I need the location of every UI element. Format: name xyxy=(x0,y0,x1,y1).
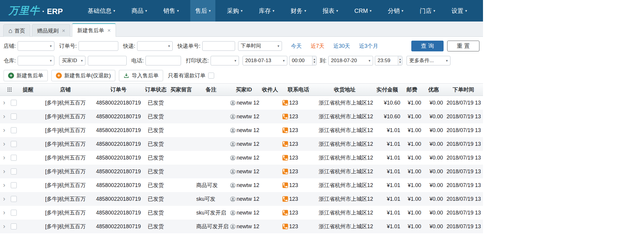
warehouse-select[interactable]: ▾ xyxy=(18,56,54,65)
chevron-down-icon: ▾ xyxy=(50,44,52,48)
nav-item-label: 售后 xyxy=(195,7,207,15)
expand-row-icon[interactable]: › xyxy=(3,127,5,134)
cell-buyer-id: newtw 12 xyxy=(228,210,260,216)
row-checkbox[interactable] xyxy=(11,155,17,161)
buyer-id-type-select[interactable]: 买家ID ▾ xyxy=(59,56,85,65)
new-aftersale-button[interactable]: + 新建售后单 xyxy=(4,70,48,81)
search-button[interactable]: 查 询 xyxy=(411,41,444,51)
nav-item-5[interactable]: 库存▾ xyxy=(254,0,279,22)
tab-2[interactable]: 新建售后单× xyxy=(72,23,116,37)
express-no-input[interactable] xyxy=(202,41,235,51)
nav-item-3[interactable]: 售后▾ xyxy=(190,0,215,22)
import-aftersale-button[interactable]: 导入售后单 xyxy=(119,70,163,81)
cell-shop: [多牛]杭州五百万 xyxy=(37,140,94,148)
button-label: 导入售后单 xyxy=(132,72,159,79)
date-from-select[interactable]: 2018-07-13 ▾ xyxy=(243,56,287,65)
chevron-down-icon: ▾ xyxy=(304,9,306,13)
row-checkbox[interactable] xyxy=(11,168,17,174)
phone-icon xyxy=(282,182,288,188)
cell-postage: ¥1.00 xyxy=(401,127,422,134)
cell-discount: ¥0.00 xyxy=(422,210,445,216)
cell-note: 商品可发 xyxy=(194,182,228,189)
phone-text: 123 xyxy=(289,100,298,106)
row-checkbox[interactable] xyxy=(11,210,17,216)
nav-item-1[interactable]: 商品▾ xyxy=(127,0,152,22)
quick-link-3[interactable]: 近3个月 xyxy=(359,42,378,50)
express-select[interactable]: ▾ xyxy=(137,41,173,51)
expand-row-icon[interactable]: › xyxy=(3,223,5,230)
refund-only-checkbox[interactable] xyxy=(208,73,214,79)
cell-order-time: 2018/07/19 13 xyxy=(445,196,482,202)
expand-row-icon[interactable]: › xyxy=(3,196,5,202)
col-header-13: 下单时间 xyxy=(445,86,482,93)
nav-item-2[interactable]: 销售▾ xyxy=(159,0,184,22)
app-logo[interactable]: 万里牛 · ERP xyxy=(8,4,63,18)
expand-row-icon[interactable]: › xyxy=(3,99,5,106)
col-header-7: 收件人 xyxy=(260,86,280,93)
close-icon[interactable]: × xyxy=(107,27,111,33)
spinner-arrows[interactable]: ▴ ▾ xyxy=(312,56,316,65)
row-checkbox[interactable] xyxy=(11,182,17,188)
row-checkbox[interactable] xyxy=(11,114,17,120)
expand-row-icon[interactable]: › xyxy=(3,182,5,189)
row-checkbox[interactable] xyxy=(11,141,17,147)
cell-shop: [多牛]杭州五百万 xyxy=(37,168,94,175)
tab-0[interactable]: ⌂首页 xyxy=(3,24,30,37)
cell-amount: ¥1.01 xyxy=(373,141,401,147)
quick-link-0[interactable]: 今天 xyxy=(291,42,302,50)
phone-icon xyxy=(282,210,288,216)
nav-item-4[interactable]: 采购▾ xyxy=(222,0,247,22)
row-checkbox[interactable] xyxy=(11,127,17,133)
nav-item-10[interactable]: 门店▾ xyxy=(415,0,440,22)
nav-item-6[interactable]: 财务▾ xyxy=(286,0,311,22)
row-checkbox[interactable] xyxy=(11,100,17,106)
expand-row-icon[interactable]: › xyxy=(3,168,5,175)
quick-link-2[interactable]: 近30天 xyxy=(333,42,350,50)
grid-icon-cell xyxy=(0,87,19,92)
nav-item-11[interactable]: 设置▾ xyxy=(447,0,472,22)
expand-row-icon[interactable]: › xyxy=(3,154,5,161)
more-conditions-select[interactable]: 更多条件... ▾ xyxy=(407,56,450,65)
nav-item-0[interactable]: 基础信息▾ xyxy=(83,0,120,22)
spinner-down-icon[interactable]: ▾ xyxy=(314,61,315,64)
close-icon[interactable]: × xyxy=(62,28,65,33)
cell-order-no: 485800220180719 xyxy=(94,114,143,120)
nav-item-7[interactable]: 报表▾ xyxy=(318,0,343,22)
time-to-spinner[interactable]: 23:59 ▴ ▾ xyxy=(375,56,402,65)
expand-row-icon[interactable]: › xyxy=(3,141,5,147)
reset-button[interactable]: 重 置 xyxy=(447,41,479,51)
expand-row-icon[interactable]: › xyxy=(3,209,5,216)
nav-item-8[interactable]: CRM▾ xyxy=(349,0,376,22)
buyer-id-input[interactable] xyxy=(88,56,127,65)
spinner-arrows[interactable]: ▴ ▾ xyxy=(398,56,402,65)
expand-row-icon[interactable]: › xyxy=(3,113,5,120)
checkbox-cell xyxy=(8,223,19,229)
tab-1[interactable]: 赠品规则× xyxy=(32,24,70,37)
col-header-4: 买家留言 xyxy=(168,86,194,93)
cell-phone: 123 xyxy=(280,196,316,202)
quick-link-1[interactable]: 近7天 xyxy=(311,42,324,50)
cell-order-time: 2018/07/19 13 xyxy=(445,141,482,147)
nav-item-9[interactable]: 分销▾ xyxy=(383,0,408,22)
spinner-down-icon[interactable]: ▾ xyxy=(399,61,401,64)
cell-order-no: 485800220180719 xyxy=(94,155,143,161)
shop-select[interactable]: ▾ xyxy=(18,41,54,51)
col-header-5: 备注 xyxy=(194,86,228,93)
spinner-up-icon[interactable]: ▴ xyxy=(314,58,315,61)
date-to-select[interactable]: 2018-07-20 ▾ xyxy=(328,56,373,65)
cell-order-no: 485800220180719 xyxy=(94,223,143,230)
quick-date-links: 今天近7天近30天近3个月 xyxy=(291,42,387,50)
cell-address: 浙江省杭州市上城区123 xyxy=(316,195,373,203)
row-checkbox[interactable] xyxy=(11,196,17,202)
row-checkbox[interactable] xyxy=(11,223,17,229)
spinner-up-icon[interactable]: ▴ xyxy=(399,58,401,61)
order-no-input[interactable] xyxy=(79,41,118,51)
nav-item-label: 报表 xyxy=(323,7,335,15)
phone-input[interactable] xyxy=(145,56,181,65)
print-status-select[interactable]: ▾ xyxy=(211,56,239,65)
time-from-spinner[interactable]: 00:00 ▴ ▾ xyxy=(289,56,317,65)
time-type-select[interactable]: 下单时间 ▾ xyxy=(238,41,282,51)
new-refund-only-button[interactable]: + 新建售后单(仅退款) xyxy=(51,70,115,81)
table-row: ›[多牛]杭州五百万485800220180719已发货newtw 12123浙… xyxy=(0,123,483,137)
buyer-avatar-icon xyxy=(230,128,236,133)
